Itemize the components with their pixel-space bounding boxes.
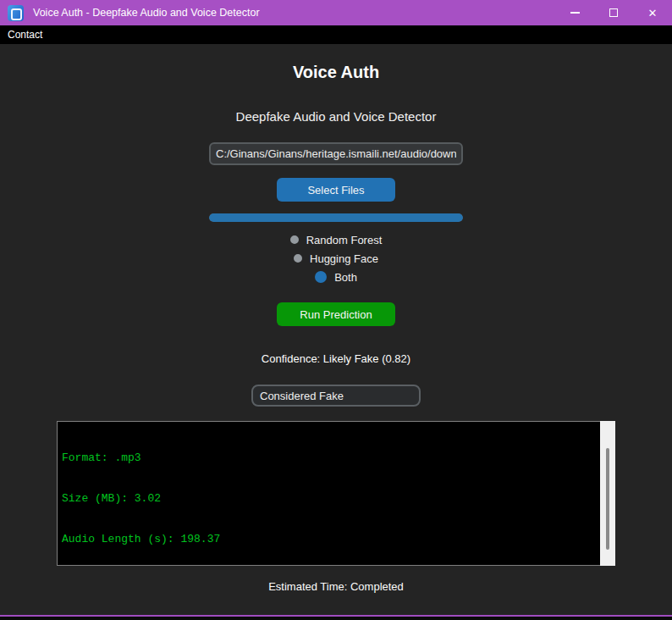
console-line: Size (MB): 3.02 xyxy=(62,492,600,506)
radio-random-forest[interactable]: Random Forest xyxy=(290,230,383,249)
select-files-button[interactable]: Select Files xyxy=(277,178,395,202)
app-window: Voice Auth - Deepfake Audio and Voice De… xyxy=(0,0,672,620)
confidence-label: Confidence: Likely Fake (0.82) xyxy=(262,352,410,366)
progress-fill xyxy=(209,213,463,222)
menu-item-contact[interactable]: Contact xyxy=(0,25,50,44)
maximize-button[interactable] xyxy=(594,0,633,25)
minimize-icon xyxy=(570,12,580,14)
minimize-button[interactable] xyxy=(555,0,594,25)
close-button[interactable]: ✕ xyxy=(633,0,672,25)
main-content: Voice Auth Deepfake Audio and Voice Dete… xyxy=(0,44,672,615)
console-line: Audio Length (s): 198.37 xyxy=(62,533,600,546)
maximize-icon xyxy=(609,8,618,17)
app-heading: Voice Auth xyxy=(293,61,379,83)
radio-label: Random Forest xyxy=(306,234,383,246)
menu-bar: Contact xyxy=(0,25,672,44)
window-bottom-border xyxy=(0,615,672,620)
console-log[interactable]: Format: .mp3 Size (MB): 3.02 Audio Lengt… xyxy=(57,421,600,566)
run-prediction-button[interactable]: Run Prediction xyxy=(277,302,395,326)
model-radio-group: Random Forest Hugging Face Both xyxy=(290,230,383,286)
file-path-input[interactable] xyxy=(209,142,463,165)
radio-both[interactable]: Both xyxy=(315,268,357,286)
console-line: Format: .mp3 xyxy=(62,451,600,465)
console-scrollbar[interactable] xyxy=(600,421,615,566)
radio-label: Both xyxy=(334,271,357,284)
radio-circle-icon xyxy=(315,271,327,283)
progress-bar xyxy=(209,213,463,222)
result-input[interactable] xyxy=(251,385,421,407)
radio-label: Hugging Face xyxy=(310,252,378,265)
app-subtitle: Deepfake Audio and Voice Detector xyxy=(236,109,437,125)
scrollbar-thumb[interactable] xyxy=(606,448,609,550)
estimated-time-label: Estimated Time: Completed xyxy=(268,580,404,594)
console-area: Format: .mp3 Size (MB): 3.02 Audio Lengt… xyxy=(57,421,615,566)
radio-circle-icon xyxy=(290,235,299,244)
title-bar: Voice Auth - Deepfake Audio and Voice De… xyxy=(0,0,672,25)
close-icon: ✕ xyxy=(648,7,658,19)
app-icon xyxy=(8,5,24,21)
window-title: Voice Auth - Deepfake Audio and Voice De… xyxy=(33,7,260,19)
window-controls: ✕ xyxy=(555,0,672,25)
radio-circle-icon xyxy=(294,254,302,263)
radio-hugging-face[interactable]: Hugging Face xyxy=(294,249,378,268)
